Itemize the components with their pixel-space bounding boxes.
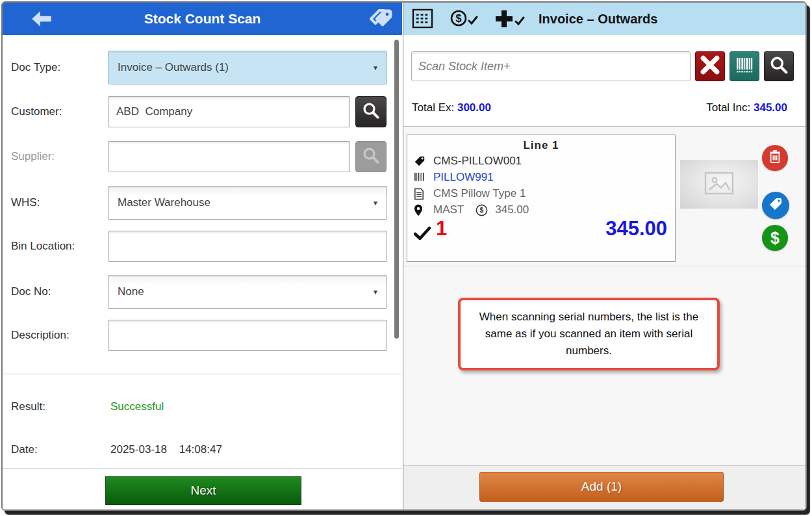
- warehouse-code: MAST: [433, 203, 464, 216]
- panel-title: Stock Count Scan: [3, 3, 402, 35]
- total-ex-value: 300.00: [457, 101, 491, 114]
- tags-icon: [367, 22, 393, 33]
- supplier-input[interactable]: [108, 141, 350, 172]
- totals-row: Total Ex: 300.00 Total Inc: 345.00: [403, 101, 806, 120]
- tag-icon: [414, 155, 428, 167]
- bin-location-input[interactable]: [108, 231, 387, 262]
- doc-no-label: Doc No:: [11, 275, 51, 309]
- invoice-panel: $ Invoice – Outwards: [403, 3, 806, 510]
- stock-count-panel: Stock Count Scan Doc Type: Invoice – Out: [3, 3, 402, 510]
- list-row-separator: [403, 266, 806, 266]
- result-label: Result:: [11, 400, 45, 413]
- invoice-header: $ Invoice – Outwards: [403, 3, 806, 35]
- customer-search-button[interactable]: [355, 96, 387, 127]
- date-text: 2025-03-18: [110, 443, 167, 456]
- doc-type-label: Doc Type:: [11, 51, 60, 84]
- info-note: When scanning serial numbers, the list i…: [458, 298, 720, 370]
- date-label: Date:: [11, 443, 38, 456]
- invoice-title: Invoice – Outwards: [539, 3, 657, 35]
- scanned-items-list: Line 1 CMS-PILLOW001 PILLOW991: [403, 126, 806, 465]
- warehouse-price-row: MAST $ 345.00: [414, 203, 529, 216]
- supplier-label: Supplier:: [11, 141, 55, 172]
- description-row: Description:: [3, 320, 402, 351]
- total-inc: Total Inc: 345.00: [706, 101, 787, 114]
- price-circle-icon: $: [476, 204, 490, 216]
- doc-type-row: Doc Type: Invoice – Outwards (1) ▼: [3, 51, 402, 84]
- total-inc-label: Total Inc:: [706, 101, 750, 114]
- item-code-row: CMS-PILLOW001: [414, 155, 522, 168]
- line-header: Line 1: [407, 139, 675, 152]
- item-code: CMS-PILLOW001: [433, 155, 522, 168]
- footer-divider: [3, 468, 402, 469]
- add-mode-button[interactable]: [494, 9, 526, 31]
- add-button[interactable]: Add (1): [479, 472, 724, 502]
- item-image-placeholder[interactable]: [680, 160, 758, 209]
- left-panel-scrollbar[interactable]: [394, 40, 399, 339]
- item-description-row: CMS Pillow Type 1: [414, 187, 526, 200]
- plus-check-icon: [494, 19, 526, 31]
- search-icon: [768, 55, 789, 78]
- price-confirm-button[interactable]: $: [450, 10, 479, 31]
- stock-count-header: Stock Count Scan: [3, 3, 402, 35]
- document-icon: [414, 188, 428, 200]
- edit-tag-button[interactable]: [762, 192, 789, 219]
- doc-no-select[interactable]: None ▼: [108, 275, 387, 309]
- item-barcode-link[interactable]: PILLOW991: [433, 171, 494, 184]
- customer-label: Customer:: [11, 96, 62, 127]
- doc-type-value: Invoice – Outwards (1): [118, 61, 229, 74]
- next-button[interactable]: Next: [105, 476, 301, 505]
- price-button[interactable]: $: [762, 225, 788, 251]
- doc-type-select[interactable]: Invoice – Outwards (1) ▼: [108, 51, 387, 84]
- doc-no-row: Doc No: None ▼: [3, 275, 402, 309]
- svg-text:$: $: [480, 207, 484, 214]
- keypad-icon: [412, 19, 433, 31]
- total-inc-value: 345.00: [754, 101, 787, 114]
- item-description: CMS Pillow Type 1: [433, 187, 526, 200]
- trash-icon: [768, 149, 781, 166]
- clear-x-icon: [699, 54, 721, 79]
- keypad-button[interactable]: [412, 8, 433, 31]
- description-input[interactable]: [108, 320, 387, 351]
- image-icon: [704, 172, 734, 198]
- dollar-icon: $: [770, 230, 780, 246]
- section-divider: [3, 374, 402, 374]
- clear-button[interactable]: [695, 51, 725, 81]
- line-item-card[interactable]: Line 1 CMS-PILLOW001 PILLOW991: [407, 135, 676, 262]
- result-value: Successful: [110, 400, 164, 413]
- whs-select[interactable]: Master Warehouse ▼: [108, 186, 387, 220]
- svg-text:$: $: [456, 13, 462, 24]
- whs-row: WHS: Master Warehouse ▼: [3, 186, 402, 220]
- customer-input[interactable]: [108, 96, 350, 127]
- doc-no-value: None: [118, 285, 144, 298]
- chevron-down-icon: ▼: [372, 289, 379, 296]
- line-total: 345.00: [605, 217, 667, 240]
- date-value: 2025-03-18 14:08:47: [110, 443, 222, 456]
- customer-row: Customer:: [3, 96, 402, 127]
- app-screen: Stock Count Scan Doc Type: Invoice – Out: [0, 0, 812, 516]
- delete-line-button[interactable]: [762, 145, 788, 171]
- barcode-row: PILLOW991: [414, 171, 494, 184]
- dollar-check-icon: $: [450, 19, 479, 30]
- description-label: Description:: [11, 320, 70, 351]
- bin-location-row: Bin Location:: [3, 231, 402, 262]
- supplier-search-button-disabled: [355, 141, 387, 172]
- info-note-text: When scanning serial numbers, the list i…: [479, 311, 698, 357]
- unit-price: 345.00: [495, 203, 529, 216]
- scan-stock-item-input[interactable]: [411, 51, 691, 81]
- supplier-row: Supplier:: [3, 141, 402, 172]
- whs-value: Master Warehouse: [118, 196, 210, 209]
- location-pin-icon: [414, 204, 428, 216]
- chevron-down-icon: ▼: [372, 200, 379, 207]
- item-search-button[interactable]: [764, 51, 794, 81]
- invoice-footer: Add (1): [403, 465, 806, 510]
- bin-location-label: Bin Location:: [11, 231, 75, 262]
- check-icon: [414, 226, 431, 243]
- barcode-scan-button[interactable]: [730, 51, 759, 81]
- add-button-label: Add (1): [581, 480, 622, 494]
- total-ex: Total Ex: 300.00: [412, 101, 491, 114]
- next-button-label: Next: [190, 484, 216, 498]
- app-window: Stock Count Scan Doc Type: Invoice – Out: [1, 1, 807, 511]
- tags-button[interactable]: [367, 6, 393, 31]
- time-text: 14:08:47: [179, 443, 222, 456]
- barcode-icon: [414, 172, 428, 183]
